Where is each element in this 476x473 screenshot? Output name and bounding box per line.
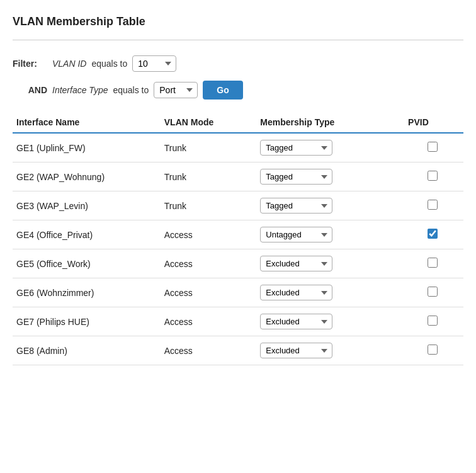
table-header-row: Interface Name VLAN Mode Membership Type… bbox=[13, 112, 463, 133]
interface-field-label: Interface Type bbox=[52, 85, 108, 95]
cell-membership-type[interactable]: TaggedUntaggedExcluded bbox=[256, 162, 404, 191]
cell-interface-name: GE1 (Uplink_FW) bbox=[13, 133, 161, 162]
cell-interface-name: GE5 (Office_Work) bbox=[13, 249, 161, 278]
cell-vlan-mode: Trunk bbox=[161, 191, 257, 220]
pvid-checkbox[interactable] bbox=[428, 345, 438, 355]
page-container: VLAN Membership Table Filter: VLAN ID eq… bbox=[0, 0, 476, 378]
cell-vlan-mode: Access bbox=[161, 336, 257, 365]
table-row: GE4 (Office_Privat)AccessTaggedUntaggedE… bbox=[13, 220, 463, 249]
cell-membership-type[interactable]: TaggedUntaggedExcluded bbox=[256, 336, 404, 365]
table-row: GE5 (Office_Work)AccessTaggedUntaggedExc… bbox=[13, 249, 463, 278]
cell-interface-name: GE7 (Philips HUE) bbox=[13, 307, 161, 336]
table-row: GE2 (WAP_Wohnung)TrunkTaggedUntaggedExcl… bbox=[13, 162, 463, 191]
pvid-checkbox[interactable] bbox=[428, 287, 438, 297]
cell-vlan-mode: Trunk bbox=[161, 133, 257, 162]
table-row: GE6 (Wohnzimmer)AccessTaggedUntaggedExcl… bbox=[13, 278, 463, 307]
cell-membership-type[interactable]: TaggedUntaggedExcluded bbox=[256, 133, 404, 162]
cell-vlan-mode: Trunk bbox=[161, 162, 257, 191]
cell-membership-type[interactable]: TaggedUntaggedExcluded bbox=[256, 249, 404, 278]
vlan-field-label: VLAN ID bbox=[52, 59, 86, 69]
cell-pvid[interactable] bbox=[404, 191, 463, 220]
filter-row-1: Filter: VLAN ID equals to 10 1 2 3 20 30 bbox=[13, 55, 463, 72]
cell-pvid[interactable] bbox=[404, 249, 463, 278]
page-title: VLAN Membership Table bbox=[13, 15, 463, 28]
title-divider bbox=[13, 40, 463, 40]
table-row: GE3 (WAP_Levin)TrunkTaggedUntaggedExclud… bbox=[13, 191, 463, 220]
filter-row-2: AND Interface Type equals to Port All LA… bbox=[13, 81, 463, 100]
membership-type-select[interactable]: TaggedUntaggedExcluded bbox=[260, 285, 332, 300]
cell-membership-type[interactable]: TaggedUntaggedExcluded bbox=[256, 278, 404, 307]
table-row: GE7 (Philips HUE)AccessTaggedUntaggedExc… bbox=[13, 307, 463, 336]
membership-type-select[interactable]: TaggedUntaggedExcluded bbox=[260, 169, 332, 185]
cell-vlan-mode: Access bbox=[161, 307, 257, 336]
cell-membership-type[interactable]: TaggedUntaggedExcluded bbox=[256, 191, 404, 220]
cell-vlan-mode: Access bbox=[161, 278, 257, 307]
pvid-checkbox[interactable] bbox=[428, 316, 438, 326]
header-membership-type: Membership Type bbox=[256, 112, 404, 133]
cell-membership-type[interactable]: TaggedUntaggedExcluded bbox=[256, 220, 404, 249]
pvid-checkbox[interactable] bbox=[428, 142, 438, 152]
cell-membership-type[interactable]: TaggedUntaggedExcluded bbox=[256, 307, 404, 336]
header-pvid: PVID bbox=[404, 112, 463, 133]
membership-type-select[interactable]: TaggedUntaggedExcluded bbox=[260, 256, 332, 271]
membership-type-select[interactable]: TaggedUntaggedExcluded bbox=[260, 314, 332, 329]
equals-to-label-2: equals to bbox=[113, 85, 149, 95]
port-type-select[interactable]: Port All LAG bbox=[154, 82, 198, 98]
pvid-checkbox[interactable] bbox=[428, 200, 438, 210]
cell-vlan-mode: Access bbox=[161, 220, 257, 249]
cell-pvid[interactable] bbox=[404, 220, 463, 249]
cell-interface-name: GE8 (Admin) bbox=[13, 336, 161, 365]
pvid-checkbox[interactable] bbox=[428, 258, 438, 268]
cell-pvid[interactable] bbox=[404, 162, 463, 191]
go-button[interactable]: Go bbox=[203, 81, 242, 100]
cell-pvid[interactable] bbox=[404, 336, 463, 365]
header-interface-name: Interface Name bbox=[13, 112, 161, 133]
membership-type-select[interactable]: TaggedUntaggedExcluded bbox=[260, 140, 332, 156]
membership-type-select[interactable]: TaggedUntaggedExcluded bbox=[260, 227, 332, 242]
cell-interface-name: GE3 (WAP_Levin) bbox=[13, 191, 161, 220]
table-row: GE1 (Uplink_FW)TrunkTaggedUntaggedExclud… bbox=[13, 133, 463, 162]
equals-to-label-1: equals to bbox=[91, 59, 127, 69]
membership-type-select[interactable]: TaggedUntaggedExcluded bbox=[260, 343, 332, 358]
vlan-id-select[interactable]: 10 1 2 3 20 30 bbox=[132, 55, 176, 72]
pvid-checkbox[interactable] bbox=[428, 171, 438, 181]
filter-label: Filter: bbox=[13, 59, 47, 69]
cell-pvid[interactable] bbox=[404, 133, 463, 162]
cell-interface-name: GE2 (WAP_Wohnung) bbox=[13, 162, 161, 191]
table-row: GE8 (Admin)AccessTaggedUntaggedExcluded bbox=[13, 336, 463, 365]
cell-pvid[interactable] bbox=[404, 278, 463, 307]
header-vlan-mode: VLAN Mode bbox=[161, 112, 257, 133]
cell-vlan-mode: Access bbox=[161, 249, 257, 278]
and-label: AND bbox=[13, 85, 47, 95]
cell-interface-name: GE6 (Wohnzimmer) bbox=[13, 278, 161, 307]
vlan-membership-table: Interface Name VLAN Mode Membership Type… bbox=[13, 112, 463, 365]
pvid-checkbox[interactable] bbox=[428, 229, 438, 239]
cell-pvid[interactable] bbox=[404, 307, 463, 336]
membership-type-select[interactable]: TaggedUntaggedExcluded bbox=[260, 198, 332, 214]
cell-interface-name: GE4 (Office_Privat) bbox=[13, 220, 161, 249]
